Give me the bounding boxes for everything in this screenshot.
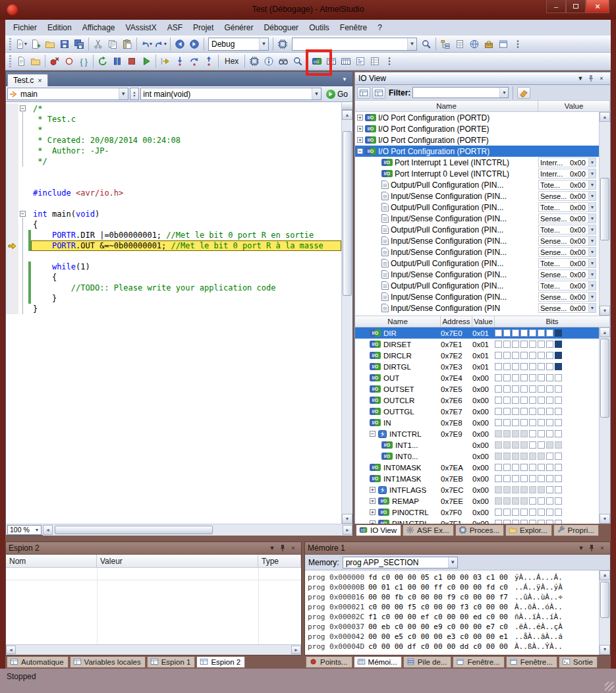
- nav-splitter-button[interactable]: ▲▼: [130, 88, 140, 100]
- bit-checkbox[interactable]: [546, 520, 553, 524]
- tree-expander-icon[interactable]: −: [370, 431, 376, 437]
- bit-checkbox[interactable]: [495, 430, 502, 437]
- scroll-up-icon[interactable]: ▲: [342, 110, 352, 120]
- dropdown-arrow-icon[interactable]: ▼: [588, 158, 596, 167]
- bit-checkbox[interactable]: [546, 341, 553, 348]
- bit-checkbox[interactable]: [503, 509, 511, 516]
- bit-checkbox[interactable]: [503, 329, 511, 337]
- bit-checkbox[interactable]: [555, 430, 562, 437]
- watch-column-type[interactable]: Type: [258, 555, 301, 567]
- bit-checkbox[interactable]: [529, 363, 536, 370]
- fold-margin[interactable]: [18, 293, 28, 304]
- copy-icon[interactable]: [105, 37, 120, 51]
- io-tree-row[interactable]: +I/OI/O Port Configuration (PORTD): [355, 112, 599, 123]
- scrollbar-thumb[interactable]: [343, 131, 352, 296]
- bit-checkbox[interactable]: [529, 419, 536, 426]
- bit-checkbox[interactable]: [512, 408, 519, 415]
- tab-io-view[interactable]: I/OIO View: [356, 525, 401, 536]
- bit-checkbox[interactable]: [546, 397, 553, 404]
- filter-combo[interactable]: ▼: [412, 87, 509, 98]
- object-browser-icon[interactable]: [467, 37, 482, 51]
- bit-checkbox[interactable]: [512, 352, 519, 359]
- code-text[interactable]: *: [31, 125, 341, 135]
- bit-checkbox[interactable]: [538, 408, 545, 415]
- register-row[interactable]: I/OOUTTGL0x7E70x00: [355, 406, 599, 417]
- scrollbar-thumb[interactable]: [55, 526, 213, 534]
- menu-item-g-n-rer[interactable]: Générer: [219, 20, 258, 35]
- dropdown-arrow-icon[interactable]: ▼: [499, 88, 508, 97]
- fold-margin[interactable]: [18, 114, 28, 125]
- io-value-combo[interactable]: Sense...0x00▼: [538, 303, 596, 313]
- dropdown-arrow-icon[interactable]: ▼: [588, 270, 596, 279]
- tab-m-moi-[interactable]: Mémoi...: [354, 657, 402, 668]
- bit-checkbox[interactable]: [529, 486, 536, 493]
- io-value-combo[interactable]: Tote...0x00▼: [538, 202, 596, 212]
- close-button[interactable]: ×: [586, 0, 609, 13]
- indicator-margin[interactable]: [6, 177, 18, 188]
- fold-margin[interactable]: [18, 240, 28, 251]
- dropdown-arrow-icon[interactable]: ▼: [588, 236, 596, 245]
- new-project-icon[interactable]: ▼: [14, 37, 28, 51]
- fold-margin[interactable]: [18, 125, 28, 135]
- menu-item-edition[interactable]: Edition: [42, 20, 77, 35]
- bit-checkbox[interactable]: [512, 419, 519, 426]
- bit-checkbox[interactable]: [520, 329, 528, 337]
- memory-scrollbar[interactable]: ▲ ▼: [599, 570, 610, 655]
- bit-checkbox[interactable]: [520, 363, 528, 370]
- tree-expander-icon[interactable]: +: [357, 126, 363, 132]
- show-bitfields-icon[interactable]: [372, 87, 385, 99]
- register-row[interactable]: I/ODIRSET0x7E10x01: [355, 339, 599, 350]
- io-tree-row[interactable]: Output/Pull Configuration (PIN...Tote...…: [355, 179, 599, 190]
- fold-margin[interactable]: [18, 188, 28, 198]
- register-row[interactable]: −INTCTRL0x7E90x00: [355, 428, 599, 439]
- code-text[interactable]: {: [31, 219, 341, 230]
- bit-checkbox[interactable]: [555, 464, 562, 471]
- bit-checkbox[interactable]: [503, 385, 511, 393]
- bit-checkbox[interactable]: [529, 464, 536, 471]
- register-row[interactable]: I/ODIRCLR0x7E20x01: [355, 350, 599, 361]
- code-text[interactable]: PORTR.DIR |=0b00000001; //Met le bit 0 p…: [31, 230, 341, 240]
- navigate-forward-icon[interactable]: [187, 37, 202, 51]
- hex-toggle-button[interactable]: Hex: [221, 55, 242, 67]
- io-tree-row[interactable]: Input/Sense Configuration (PIN...Sense..…: [355, 291, 599, 302]
- io-tree-scrollbar[interactable]: ▲ ▼: [599, 112, 610, 316]
- dropdown-arrow-icon[interactable]: ▼: [149, 42, 154, 46]
- io-value-combo[interactable]: Tote...0x00▼: [538, 180, 596, 190]
- dropdown-arrow-icon[interactable]: ▼: [163, 42, 168, 46]
- bit-checkbox[interactable]: [495, 419, 502, 426]
- document-tab-testc[interactable]: Test.c ×: [7, 74, 48, 86]
- bit-checkbox[interactable]: [495, 486, 502, 493]
- bit-checkbox[interactable]: [512, 497, 519, 505]
- start-page-icon[interactable]: [496, 37, 511, 51]
- menu-item-d-boguer[interactable]: Déboguer: [258, 20, 304, 35]
- dropdown-arrow-icon[interactable]: ▼: [588, 169, 596, 178]
- bit-checkbox[interactable]: [555, 408, 562, 415]
- save-all-icon[interactable]: [72, 37, 86, 51]
- scroll-down-icon[interactable]: ▼: [342, 514, 352, 524]
- bit-checkbox[interactable]: [520, 374, 528, 381]
- memory-window-2-icon[interactable]: [339, 54, 353, 69]
- bit-checkbox[interactable]: [546, 464, 553, 471]
- bit-checkbox[interactable]: [520, 520, 528, 524]
- tab-propri-[interactable]: Propri...: [553, 525, 599, 536]
- open-file-icon[interactable]: [43, 37, 57, 51]
- properties-window-icon[interactable]: [453, 37, 467, 51]
- indicator-margin[interactable]: [6, 219, 18, 230]
- pin-icon[interactable]: [586, 543, 597, 553]
- tab-variables-locales[interactable]: Variables locales: [70, 657, 146, 668]
- bit-checkbox[interactable]: [538, 464, 545, 471]
- bit-checkbox[interactable]: [520, 430, 528, 437]
- code-text[interactable]: int main(void): [31, 209, 341, 219]
- save-icon[interactable]: [57, 37, 72, 51]
- bit-checkbox[interactable]: [512, 363, 519, 370]
- dropdown-arrow-icon[interactable]: ▼: [448, 557, 457, 568]
- indicator-margin[interactable]: [6, 240, 18, 251]
- io-tree-row[interactable]: Output/Pull Configuration (PIN...Tote...…: [355, 224, 599, 235]
- watch-column-valeur[interactable]: Valeur: [97, 555, 258, 567]
- window-position-icon[interactable]: ▼: [267, 543, 277, 553]
- bit-checkbox[interactable]: [529, 385, 536, 393]
- column-header-bits[interactable]: Bits: [495, 316, 610, 327]
- io-value-combo[interactable]: Tote...0x00▼: [538, 281, 596, 291]
- bit-checkbox[interactable]: [546, 329, 553, 337]
- bit-checkbox[interactable]: [538, 374, 545, 381]
